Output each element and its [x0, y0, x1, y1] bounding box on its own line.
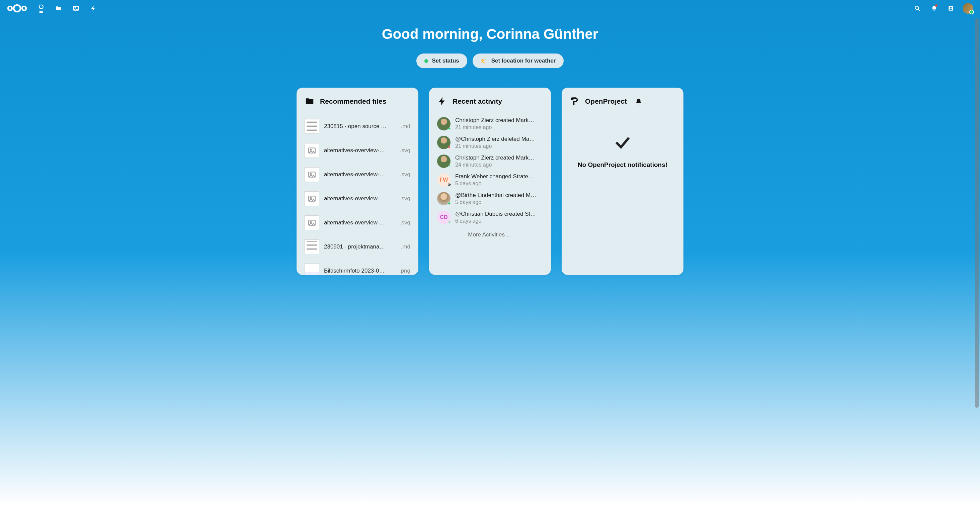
file-name: alternatives-overview-… [324, 171, 395, 178]
activity-icon [437, 96, 447, 106]
file-thumbnail [305, 191, 319, 206]
file-extension: .svg [400, 219, 410, 226]
set-weather-button[interactable]: 🌤️ Set location for weather [473, 54, 564, 68]
activity-badge-icon: + [447, 126, 452, 131]
activity-text: @Birthe Lindenthal created M… [455, 192, 543, 199]
set-weather-label: Set location for weather [492, 57, 556, 64]
file-item[interactable]: Bildschirmfoto 2023-0….png [305, 259, 410, 275]
svg-point-8 [950, 7, 952, 9]
openproject-icon [570, 96, 580, 106]
file-item[interactable]: alternatives-overview-….svg [305, 211, 410, 235]
file-item[interactable]: alternatives-overview-….svg [305, 138, 410, 162]
activity-avatar: + [437, 117, 450, 130]
file-thumbnail [305, 264, 319, 275]
activity-badge-icon: + [447, 201, 452, 206]
activity-time: 24 minutes ago [455, 162, 543, 168]
file-item[interactable]: 230901 - projektmana….md [305, 235, 410, 259]
file-name: alternatives-overview-… [324, 219, 395, 226]
openproject-widget: OpenProject No OpenProject notifications… [562, 87, 684, 275]
activity-text: @Christoph Zierz deleted Ma… [455, 136, 543, 143]
notification-badge [935, 4, 937, 7]
status-indicator [969, 10, 974, 14]
activity-avatar: × [437, 136, 450, 149]
top-bar [0, 0, 980, 17]
svg-point-2 [22, 6, 26, 10]
recent-activity-widget: Recent activity +Christoph Zierz created… [429, 87, 551, 275]
file-extension: .svg [400, 171, 410, 178]
svg-point-10 [310, 149, 311, 150]
activity-item[interactable]: +@Birthe Lindenthal created M…5 days ago [437, 189, 543, 208]
activity-item[interactable]: +Christoph Zierz created Mark…21 minutes… [437, 114, 543, 133]
background-clouds [0, 391, 980, 505]
recommended-files-widget: Recommended files 230815 - open source …… [296, 87, 418, 275]
app-nav [33, 0, 102, 17]
activity-time: 21 minutes ago [455, 124, 543, 130]
top-right-icons [909, 0, 977, 17]
activity-text: Christoph Zierz created Mark… [455, 117, 543, 124]
activity-avatar: + [437, 154, 450, 168]
file-extension: .png [399, 268, 410, 274]
set-status-label: Set status [432, 57, 459, 64]
nav-files[interactable] [50, 0, 67, 17]
file-name: Bildschirmfoto 2023-0… [324, 268, 395, 274]
file-extension: .md [401, 243, 410, 250]
file-name: alternatives-overview-… [324, 195, 395, 202]
file-extension: .md [401, 123, 410, 130]
activity-item[interactable]: CD+@Christian Dubois created St…6 days a… [437, 208, 543, 227]
activity-item[interactable]: ×@Christoph Zierz deleted Ma…21 minutes … [437, 133, 543, 152]
nav-activity[interactable] [85, 0, 102, 17]
file-thumbnail [305, 167, 319, 182]
user-avatar[interactable] [963, 3, 973, 14]
svg-point-1 [14, 5, 21, 12]
file-extension: .svg [400, 195, 410, 202]
file-thumbnail [305, 143, 319, 158]
svg-point-5 [75, 7, 76, 8]
greeting-heading: Good morning, Corinna Günther [0, 26, 980, 42]
svg-point-12 [310, 173, 311, 174]
activity-item[interactable]: FW⟳Frank Weber changed Strate…5 days ago [437, 171, 543, 189]
status-buttons: Set status 🌤️ Set location for weather [0, 54, 980, 68]
file-name: 230901 - projektmana… [324, 243, 396, 250]
search-icon[interactable] [909, 0, 926, 17]
activity-text: @Christian Dubois created St… [455, 211, 543, 218]
activity-item[interactable]: +Christoph Zierz created Mark…24 minutes… [437, 152, 543, 171]
notifications-icon[interactable] [926, 0, 942, 17]
activity-text: Frank Weber changed Strate… [455, 173, 543, 180]
file-extension: .svg [400, 147, 410, 154]
file-item[interactable]: 230815 - open source ….md [305, 114, 410, 138]
file-name: 230815 - open source … [324, 123, 396, 130]
activity-badge-icon: × [447, 145, 452, 150]
svg-point-3 [39, 5, 43, 9]
activity-badge-icon: + [447, 219, 452, 225]
activity-time: 6 days ago [455, 218, 543, 224]
file-thumbnail [305, 215, 319, 230]
contacts-icon[interactable] [942, 0, 959, 17]
nav-dashboard[interactable] [33, 0, 49, 17]
nav-photos[interactable] [68, 0, 84, 17]
folder-icon [305, 96, 315, 106]
activity-badge-icon: + [447, 163, 452, 168]
openproject-title: OpenProject [585, 97, 627, 105]
activity-time: 5 days ago [455, 181, 543, 187]
status-dot-icon [425, 59, 428, 63]
openproject-empty-text: No OpenProject notifications! [570, 161, 675, 168]
file-thumbnail [305, 119, 319, 134]
svg-point-6 [915, 6, 918, 10]
set-status-button[interactable]: Set status [416, 54, 467, 68]
nextcloud-logo[interactable] [7, 3, 27, 14]
activity-avatar: CD+ [437, 211, 450, 224]
activity-avatar: FW⟳ [437, 173, 450, 187]
activity-avatar: + [437, 192, 450, 205]
bell-icon [633, 96, 644, 106]
checkmark-icon [570, 133, 675, 153]
activity-time: 21 minutes ago [455, 143, 543, 149]
active-indicator [39, 11, 43, 13]
more-activities-link[interactable]: More Activities … [437, 227, 543, 238]
weather-icon: 🌤️ [480, 58, 487, 64]
file-item[interactable]: alternatives-overview-….svg [305, 162, 410, 187]
file-item[interactable]: alternatives-overview-….svg [305, 187, 410, 211]
svg-point-0 [8, 6, 12, 10]
svg-point-14 [310, 197, 311, 199]
dashboard-widgets: Recommended files 230815 - open source …… [0, 87, 980, 282]
file-thumbnail [305, 240, 319, 254]
